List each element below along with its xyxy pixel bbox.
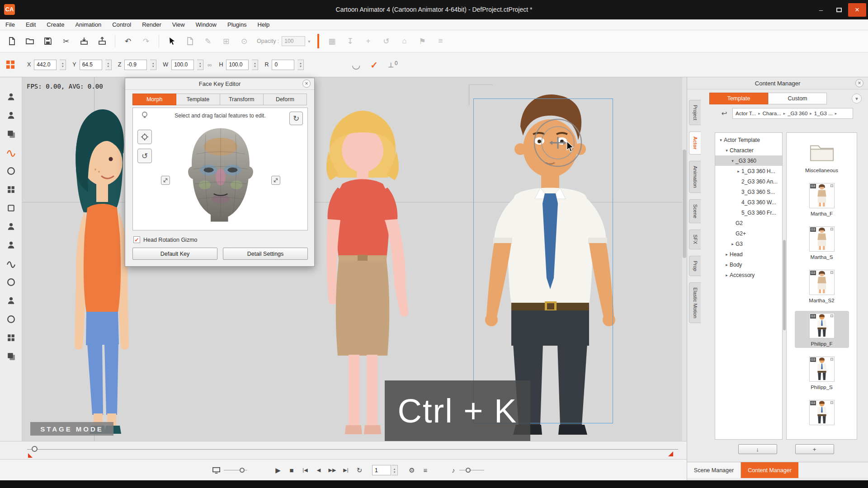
apply-check-icon[interactable]: ✓ <box>370 60 378 70</box>
composer-tool-icon[interactable] <box>5 202 17 214</box>
ground-snap-control[interactable]: ⊥ 0 <box>388 61 398 69</box>
export-icon[interactable] <box>97 36 108 47</box>
content-item[interactable]: G3 Martha_S2 <box>795 267 849 305</box>
last-frame-button[interactable]: ▶| <box>340 460 352 481</box>
tab-template[interactable]: Template <box>176 94 220 105</box>
r-stepper[interactable]: ▴▾ <box>297 60 304 70</box>
prop-tool-icon[interactable] <box>5 221 17 232</box>
tree-scrollbar[interactable] <box>783 132 786 440</box>
tree-item[interactable]: ▸1_G3 360 H... <box>715 166 782 176</box>
tree-item[interactable]: G2+ <box>715 228 782 239</box>
open-project-icon[interactable] <box>24 36 35 47</box>
tree-item[interactable]: ▸G3 <box>715 239 782 249</box>
move-tool-icon[interactable]: + <box>363 36 373 47</box>
menu-control[interactable]: Control <box>112 21 131 28</box>
tab-morph[interactable]: Morph <box>132 94 176 105</box>
detail-settings-button[interactable]: Detail Settings <box>223 248 308 260</box>
breadcrumb-item[interactable]: Chara... <box>763 111 781 116</box>
import-icon[interactable] <box>79 36 90 47</box>
h-input[interactable] <box>226 60 249 70</box>
timeline-end-marker[interactable] <box>668 451 673 456</box>
timeline-handle[interactable] <box>32 446 38 452</box>
tab-scene[interactable]: Scene <box>689 199 701 223</box>
display-zoom-handle[interactable] <box>240 468 245 473</box>
tab-prop[interactable]: Prop <box>689 256 701 276</box>
menu-view[interactable]: View <box>172 21 185 28</box>
tree-item[interactable]: 5_G3 360 Fr... <box>715 207 782 218</box>
display-zoom-icon[interactable] <box>210 460 222 481</box>
character-girl[interactable] <box>64 99 133 440</box>
face-gizmo-button[interactable] <box>137 130 152 144</box>
expand-left-button[interactable] <box>161 176 170 185</box>
window-close-button[interactable]: × <box>848 3 866 17</box>
h-stepper[interactable]: ▴▾ <box>252 60 258 70</box>
stage-vertical-scrollbar[interactable] <box>682 77 687 441</box>
window-minimize-button[interactable]: – <box>812 3 830 17</box>
menu-file[interactable]: File <box>5 21 15 28</box>
play-button[interactable]: ▶ <box>272 460 284 481</box>
physics-tool-icon[interactable] <box>5 313 17 325</box>
stage-viewport[interactable]: FPS: 0.00, AVG: 0.00 <box>22 77 687 441</box>
tree-item[interactable]: G2 <box>715 218 782 228</box>
blend-mode-icon[interactable]: ⊞ <box>221 36 231 47</box>
cut-icon[interactable]: ✂ <box>61 36 71 47</box>
head-rotation-gizmo-checkbox[interactable]: ✓ <box>133 236 140 243</box>
menu-help[interactable]: Help <box>258 21 270 28</box>
frame-number-input[interactable] <box>372 465 391 475</box>
tree-item[interactable]: ▸Body <box>715 259 782 270</box>
render-style-icon[interactable] <box>5 183 17 195</box>
playback-settings-icon[interactable]: ⚙ <box>406 460 418 481</box>
run-motion-icon[interactable] <box>5 295 17 306</box>
z-input[interactable] <box>124 60 147 70</box>
tab-content-manager[interactable]: Content Manager <box>741 462 798 478</box>
y-stepper[interactable]: ▴▾ <box>105 60 112 70</box>
content-item[interactable]: G3 Martha_S <box>795 224 849 261</box>
redo-icon[interactable]: ↷ <box>141 36 151 47</box>
playback-list-icon[interactable]: ≡ <box>420 460 431 481</box>
first-frame-button[interactable]: |◀ <box>299 460 311 481</box>
tree-item[interactable]: ▸Head <box>715 249 782 259</box>
tab-sfx[interactable]: SFX <box>689 230 701 249</box>
previous-frame-button[interactable]: ◀ <box>313 460 325 481</box>
apply-to-stage-button[interactable]: ↓ <box>738 444 777 454</box>
audio-volume-handle[interactable] <box>466 468 471 473</box>
rotate-tool-icon[interactable]: ↺ <box>381 36 392 47</box>
tree-item[interactable]: ▸Accessory <box>715 270 782 280</box>
content-item[interactable]: G3 Martha_F <box>795 181 849 218</box>
head-turn-icon[interactable]: ◡ <box>352 59 360 71</box>
x-stepper[interactable]: ▴▾ <box>60 60 66 70</box>
dialog-close-button[interactable]: × <box>302 80 311 88</box>
media-layer-icon[interactable] <box>5 128 17 140</box>
audio-note-icon[interactable]: ♪ <box>448 460 459 481</box>
default-key-button[interactable]: Default Key <box>132 248 217 260</box>
expand-right-button[interactable] <box>271 176 280 185</box>
tab-elastic-motion[interactable]: Elastic Motion <box>689 282 701 323</box>
breadcrumb-item[interactable]: Actor T... <box>736 111 756 116</box>
tab-transform[interactable]: Transform <box>220 94 264 105</box>
tree-item[interactable]: 4_G3 360 W... <box>715 197 782 207</box>
collect-clip-icon[interactable]: ↧ <box>344 36 355 47</box>
tree-item[interactable]: ▾Actor Template <box>715 135 782 145</box>
dialog-title-bar[interactable]: Face Key Editor × <box>125 78 314 90</box>
breadcrumb-item[interactable]: _G3 360 <box>788 111 807 116</box>
breadcrumb-back-icon[interactable]: ↩ <box>719 108 730 119</box>
content-item-folder[interactable]: Miscellaneous <box>795 137 849 174</box>
menu-edit[interactable]: Edit <box>26 21 36 28</box>
new-project-icon[interactable] <box>6 36 17 47</box>
tree-item[interactable]: 2_G3 360 An... <box>715 176 782 187</box>
timeline-strip[interactable] <box>0 441 687 459</box>
save-project-icon[interactable] <box>42 36 53 47</box>
tree-item[interactable]: 3_G3 360 S... <box>715 187 782 197</box>
fast-forward-button[interactable]: ▶▶ <box>326 460 338 481</box>
face-puppet-icon[interactable] <box>5 276 17 288</box>
z-stepper[interactable]: ▴▾ <box>150 60 156 70</box>
y-input[interactable] <box>80 60 102 70</box>
select-tool-icon[interactable] <box>166 36 177 47</box>
grid-tool-icon[interactable] <box>5 332 17 343</box>
panel-options-chevron-icon[interactable]: ▾ <box>852 94 862 103</box>
render-image-icon[interactable]: ▦ <box>326 36 337 47</box>
undo-icon[interactable]: ↶ <box>123 36 133 47</box>
snap-grid-icon[interactable] <box>5 59 16 70</box>
link-wh-icon[interactable]: ∞ <box>208 61 212 68</box>
opacity-input[interactable] <box>282 36 305 46</box>
